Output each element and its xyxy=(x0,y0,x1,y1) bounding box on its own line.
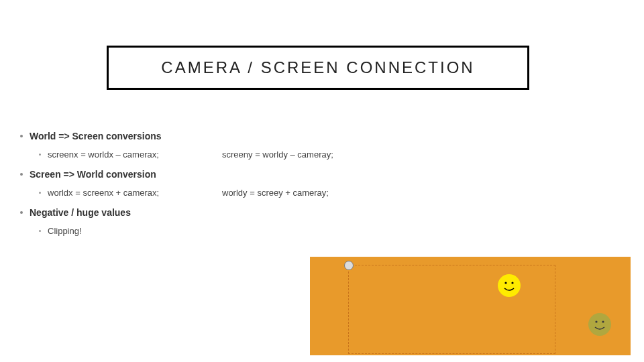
section-heading: Negative / huge values xyxy=(20,207,624,218)
smiley-icon xyxy=(498,274,521,297)
formula-left: Clipping! xyxy=(48,226,182,236)
heading-text: World => Screen conversions xyxy=(30,131,162,141)
formula-right: worldy = screey + cameray; xyxy=(222,188,329,198)
heading-text: Negative / huge values xyxy=(30,207,131,218)
camera-rect xyxy=(348,265,555,354)
list-item: Clipping! xyxy=(39,226,624,236)
svg-point-1 xyxy=(511,282,513,284)
bullet-icon xyxy=(20,135,23,137)
camera-origin-handle xyxy=(344,261,354,270)
heading-text: Screen => World conversion xyxy=(30,169,156,180)
bullet-icon xyxy=(20,211,23,214)
list-item: worldx = screenx + camerax; worldy = scr… xyxy=(39,188,624,198)
section-heading: World => Screen conversions xyxy=(20,131,624,141)
svg-point-0 xyxy=(504,282,506,284)
formula-left: worldx = screenx + camerax; xyxy=(48,188,182,198)
svg-point-2 xyxy=(595,320,597,322)
svg-point-3 xyxy=(602,320,604,322)
formula-right: screeny = worldy – cameray; xyxy=(222,149,333,160)
section-heading: Screen => World conversion xyxy=(20,169,624,180)
world-rect xyxy=(310,257,631,355)
bullet-icon xyxy=(20,173,23,176)
slide-title-box: CAMERA / SCREEN CONNECTION xyxy=(107,46,529,90)
bullet-icon xyxy=(39,230,41,232)
slide-content: World => Screen conversions screenx = wo… xyxy=(20,131,624,245)
slide-title: CAMERA / SCREEN CONNECTION xyxy=(161,58,474,77)
smiley-icon xyxy=(588,313,611,336)
list-item: screenx = worldx – camerax; screeny = wo… xyxy=(39,149,624,160)
bullet-icon xyxy=(39,192,41,194)
formula-left: screenx = worldx – camerax; xyxy=(48,149,182,160)
bullet-icon xyxy=(39,154,41,156)
